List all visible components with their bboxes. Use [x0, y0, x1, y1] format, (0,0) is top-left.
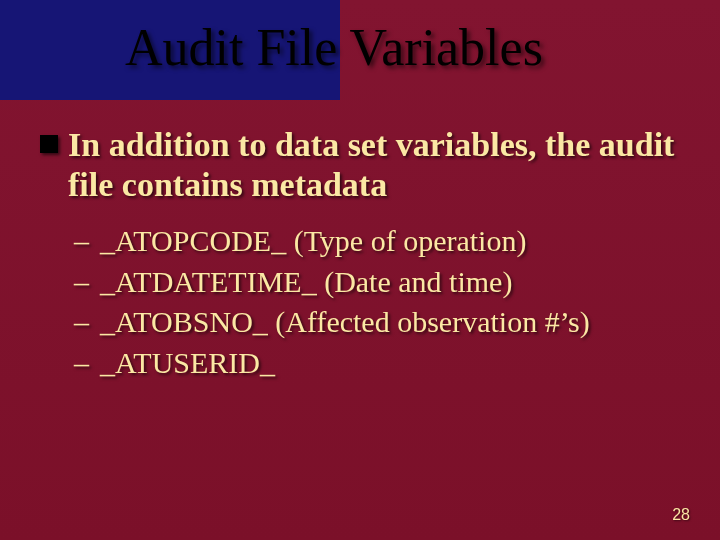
- sub-bullet: – _ATOPCODE_ (Type of operation): [74, 221, 680, 262]
- dash-icon: –: [74, 302, 89, 343]
- sub-bullet-text: _ATOBSNO_ (Affected observation #’s): [100, 305, 590, 338]
- bullet-level1: In addition to data set variables, the a…: [40, 125, 680, 205]
- dash-icon: –: [74, 262, 89, 303]
- sub-bullet-text: _ATDATETIME_ (Date and time): [100, 265, 512, 298]
- dash-icon: –: [74, 221, 89, 262]
- sub-bullet-text: _ATUSERID_: [100, 346, 275, 379]
- page-number: 28: [672, 506, 690, 524]
- dash-icon: –: [74, 343, 89, 384]
- bullet-text: In addition to data set variables, the a…: [68, 126, 674, 203]
- slide-body: In addition to data set variables, the a…: [40, 125, 680, 383]
- sub-bullet-text: _ATOPCODE_ (Type of operation): [100, 224, 526, 257]
- square-bullet-icon: [40, 135, 58, 153]
- sub-bullet: – _ATDATETIME_ (Date and time): [74, 262, 680, 303]
- slide-title: Audit File Variables: [125, 18, 543, 77]
- sub-bullet: – _ATUSERID_: [74, 343, 680, 384]
- slide: Audit File Variables In addition to data…: [0, 0, 720, 540]
- sub-bullet: – _ATOBSNO_ (Affected observation #’s): [74, 302, 680, 343]
- sub-bullet-group: – _ATOPCODE_ (Type of operation) – _ATDA…: [40, 221, 680, 383]
